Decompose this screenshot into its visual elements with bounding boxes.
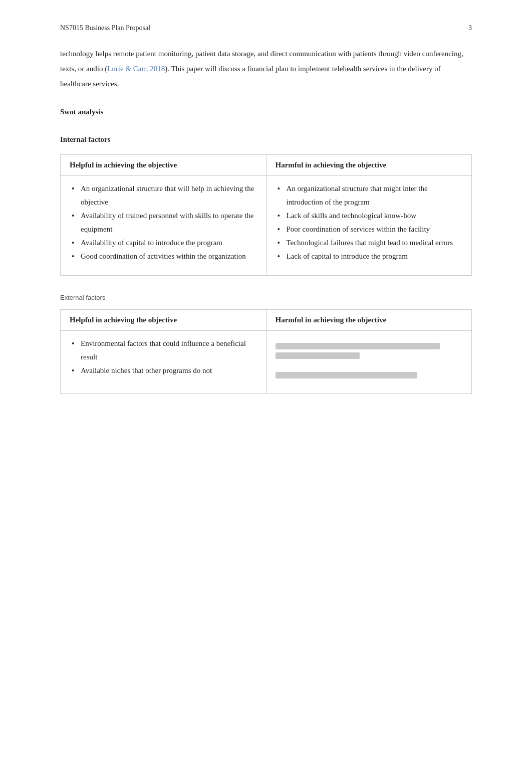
page-number: 3: [468, 24, 472, 32]
list-item: Poor coordination of services within the…: [276, 223, 463, 236]
list-item: An organizational structure that might i…: [276, 182, 463, 209]
internal-col1-header: Helpful in achieving the objective: [61, 155, 267, 176]
page-container: NS7015 Business Plan Proposal 3 technolo…: [0, 0, 532, 780]
external-col2-header: Harmful in achieving the objective: [266, 310, 472, 331]
external-helpful-list: Environmental factors that could influen…: [70, 337, 257, 377]
external-col1-header: Helpful in achieving the objective: [61, 310, 267, 331]
external-factors-table: Helpful in achieving the objective Harmf…: [60, 309, 472, 394]
list-item: Good coordination of activities within t…: [70, 250, 257, 263]
citation-link[interactable]: Lurie & Carr, 2018: [107, 65, 165, 73]
list-item: Lack of skills and technological know-ho…: [276, 209, 463, 223]
blurred-text-1: [276, 343, 440, 349]
internal-helpful-list: An organizational structure that will he…: [70, 182, 257, 263]
external-harmful-cell: [266, 331, 472, 394]
list-item: An organizational structure that will he…: [70, 182, 257, 209]
document-title: NS7015 Business Plan Proposal: [60, 24, 150, 32]
page-header: NS7015 Business Plan Proposal 3: [60, 24, 472, 32]
internal-harmful-list: An organizational structure that might i…: [276, 182, 463, 263]
external-helpful-cell: Environmental factors that could influen…: [61, 331, 267, 394]
list-item: Lack of capital to introduce the program: [276, 250, 463, 263]
internal-factors-heading: Internal factors: [60, 133, 472, 146]
external-factors-label: External factors: [60, 294, 472, 301]
list-item: Availability of trained personnel with s…: [70, 209, 257, 236]
list-item: Availability of capital to introduce the…: [70, 236, 257, 250]
blurred-text-3: [276, 372, 418, 378]
blurred-text-2: [276, 352, 360, 359]
internal-harmful-cell: An organizational structure that might i…: [266, 176, 472, 276]
list-item: Technological failures that might lead t…: [276, 236, 463, 250]
internal-helpful-cell: An organizational structure that will he…: [61, 176, 267, 276]
intro-paragraph: technology helps remote patient monitori…: [60, 46, 472, 91]
internal-col2-header: Harmful in achieving the objective: [266, 155, 472, 176]
swot-heading: Swot analysis: [60, 105, 472, 119]
list-item: Available niches that other programs do …: [70, 364, 257, 377]
list-item: Environmental factors that could influen…: [70, 337, 257, 364]
internal-factors-table: Helpful in achieving the objective Harmf…: [60, 154, 472, 276]
